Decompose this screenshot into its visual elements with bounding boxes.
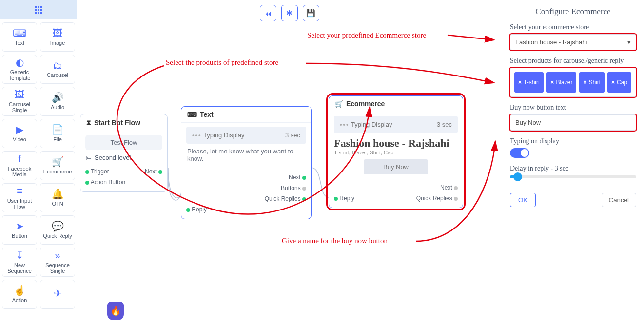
palette-item-button[interactable]: ➤Button <box>2 215 37 245</box>
buy-now-button[interactable]: Buy Now <box>364 159 428 174</box>
product-chip[interactable]: × Cap <box>607 72 631 93</box>
palette-label: Button <box>12 233 27 239</box>
buy-button-label: Buy now button text <box>510 104 636 112</box>
delay-slider[interactable] <box>510 175 636 178</box>
chevron-down-icon: ▾ <box>627 38 631 46</box>
palette-item-user-input-flow[interactable]: ≡User Input Flow <box>2 183 37 212</box>
palette-label: OTN <box>52 201 63 207</box>
palette-icon: ↧ <box>16 250 24 260</box>
palette-item-audio[interactable]: 🔊Audio <box>40 87 75 116</box>
product-chip[interactable]: × T-shirt <box>514 72 544 93</box>
palette-label: Video <box>13 136 26 142</box>
port-buttons[interactable]: Buttons <box>281 185 301 191</box>
palette-item-sequence-single[interactable]: »Sequence Single <box>40 248 75 277</box>
ok-button[interactable]: OK <box>510 193 536 207</box>
palette-icon: ⌨ <box>13 28 27 38</box>
palette-icon: 🖼 <box>15 90 24 99</box>
typing-display-value: 3 sec <box>285 132 300 139</box>
palette-label: Carousel <box>47 72 68 78</box>
store-label: Select your ecommerce store <box>510 23 636 31</box>
save-icon: 💾 <box>306 9 315 18</box>
store-select[interactable]: Fashion house - Rajshahi ▾ <box>510 34 636 50</box>
palette-label: Carousel Single <box>3 101 36 113</box>
palette-item-carousel[interactable]: 🗂Carousel <box>40 55 75 84</box>
remove-icon[interactable]: × <box>611 79 615 86</box>
port-next[interactable]: Next <box>145 168 157 175</box>
palette-icon: ◐ <box>16 57 24 67</box>
palette-icon: ☝ <box>14 286 26 295</box>
port-action-button[interactable]: Action Button <box>91 179 125 186</box>
buy-button-input[interactable] <box>510 114 636 131</box>
palette-item-quick-reply[interactable]: 💬Quick Reply <box>40 215 75 245</box>
palette-label: Quick Reply <box>43 233 72 239</box>
palette-item-video[interactable]: ▶Video <box>2 119 37 148</box>
center-button[interactable]: ✱ <box>281 5 298 21</box>
reset-button[interactable]: ⏮ <box>260 5 276 21</box>
remove-icon[interactable]: × <box>518 79 522 86</box>
canvas[interactable]: ⏮ ✱ 💾 ⧗ Start Bot Flow Test Flow 🏷 Secon… <box>77 0 502 324</box>
port-trigger[interactable]: Trigger <box>91 168 109 175</box>
annotation-products: Select the products of predefined store <box>166 58 278 67</box>
palette-label: Facebook Media <box>3 166 36 177</box>
port-quick-replies[interactable]: Quick Replies <box>265 195 301 202</box>
palette-item-file[interactable]: 📄File <box>40 119 75 148</box>
tag-value: Second level <box>95 154 131 161</box>
port-reply[interactable]: Reply <box>339 195 354 202</box>
skip-back-icon: ⏮ <box>264 9 272 18</box>
port-reply[interactable]: Reply <box>192 206 207 213</box>
port-quick-replies[interactable]: Quick Replies <box>416 195 452 202</box>
save-button[interactable]: 💾 <box>303 5 319 21</box>
palette-item-facebook-media[interactable]: fFacebook Media <box>2 151 37 180</box>
palette-icon: 🖼 <box>53 28 62 38</box>
palette-item-new-sequence[interactable]: ↧New Sequence <box>2 248 37 277</box>
product-chip[interactable]: × Blazer <box>546 72 576 93</box>
palette-item-text[interactable]: ⌨Text <box>2 22 37 52</box>
typing-display-label: Typing Display <box>351 121 392 128</box>
center-icon: ✱ <box>286 9 293 18</box>
port-next[interactable]: Next <box>289 174 301 181</box>
typing-on-label: Typing on display <box>510 137 636 145</box>
palette-label: Text <box>15 40 24 46</box>
node-title: Start Bot Flow <box>94 119 140 127</box>
palette-item-otn[interactable]: 🔔OTN <box>40 183 75 212</box>
text-content: Please, let me know what you want to kno… <box>187 148 305 162</box>
sidebar: ⌨Text🖼Image◐Generic Template🗂Carousel🖼Ca… <box>0 0 77 324</box>
ecommerce-products-sub: T-shirt, Blazer, Shirt, Cap <box>334 150 458 155</box>
node-start-bot-flow[interactable]: ⧗ Start Bot Flow Test Flow 🏷 Second leve… <box>80 114 168 192</box>
palette-label: Generic Template <box>3 69 36 81</box>
cancel-button[interactable]: Cancel <box>602 193 637 207</box>
palette-item-action[interactable]: ☝Action <box>2 280 37 309</box>
palette-label: Action <box>12 297 27 303</box>
help-badge[interactable]: 🔥 <box>107 302 124 320</box>
remove-icon[interactable]: × <box>550 79 554 86</box>
keyboard-icon: ⌨ <box>187 111 197 118</box>
palette-label: New Sequence <box>3 262 36 274</box>
products-multiselect[interactable]: × T-shirt× Blazer× Shirt× Cap <box>510 68 636 97</box>
remove-icon[interactable]: × <box>583 79 586 86</box>
palette-item-ecommerce[interactable]: 🛒Ecommerce <box>40 151 75 180</box>
typing-on-toggle[interactable] <box>510 148 529 158</box>
test-flow-button[interactable]: Test Flow <box>85 135 162 150</box>
palette-item-image[interactable]: 🖼Image <box>40 22 75 52</box>
port-next[interactable]: Next <box>440 184 452 191</box>
tag-icon: 🏷 <box>85 154 92 161</box>
annotation-store: Select your predefined Ecommerce store <box>307 31 426 39</box>
annotation-buy-name: Give a name for the buy now button <box>282 237 388 245</box>
palette-icon: ✈ <box>54 288 62 298</box>
palette-icon: 📄 <box>52 125 64 134</box>
palette-label: Image <box>50 40 65 46</box>
palette-icon: 🛒 <box>52 157 64 167</box>
palette-item-generic-template[interactable]: ◐Generic Template <box>2 55 37 84</box>
palette-item-item[interactable]: ✈ <box>40 280 75 309</box>
product-chip[interactable]: × Shirt <box>579 72 605 93</box>
palette-item-carousel-single[interactable]: 🖼Carousel Single <box>2 87 37 116</box>
sidebar-header[interactable] <box>0 0 77 19</box>
node-title: Ecommerce <box>346 100 385 108</box>
node-ecommerce[interactable]: 🛒 Ecommerce ••• Typing Display 3 sec Fas… <box>329 95 463 208</box>
palette-icon: ➤ <box>16 221 24 231</box>
palette-icon: 💬 <box>52 221 64 231</box>
palette-label: User Input Flow <box>3 198 36 210</box>
node-header: 🛒 Ecommerce <box>329 96 463 112</box>
node-text[interactable]: ⌨ Text ••• Typing Display 3 sec Please, … <box>181 106 312 219</box>
node-header: ⧗ Start Bot Flow <box>80 114 167 131</box>
